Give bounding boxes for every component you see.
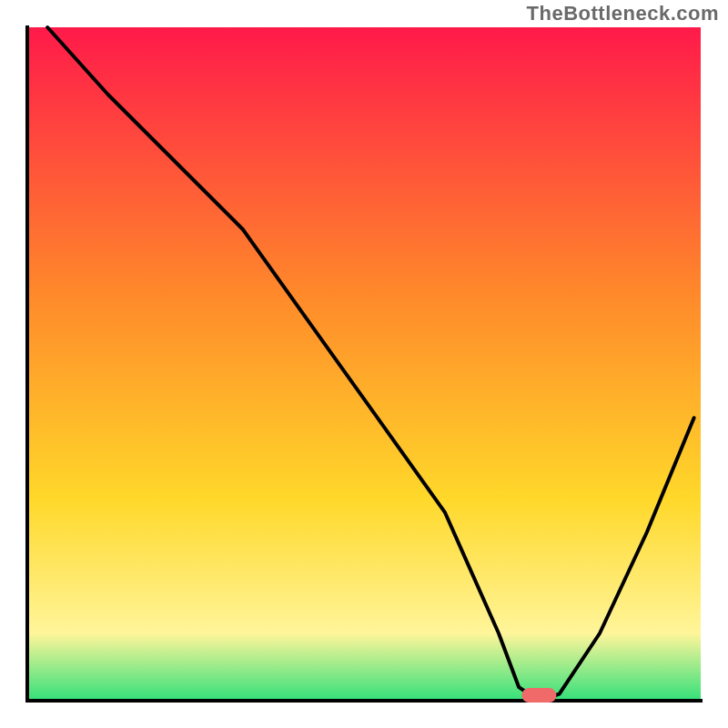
chart-container: TheBottleneck.com bbox=[0, 0, 728, 728]
optimal-marker bbox=[521, 688, 556, 703]
bottleneck-chart bbox=[0, 0, 728, 728]
gradient-background bbox=[27, 27, 701, 701]
plot-area bbox=[27, 25, 703, 703]
